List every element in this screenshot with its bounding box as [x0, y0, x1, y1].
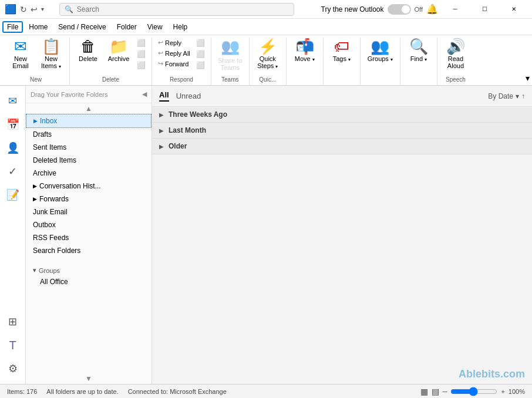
folder-junk-label: Junk Email: [33, 208, 68, 216]
ribbon-group-tags-label: [327, 82, 356, 85]
menu-folder[interactable]: Folder: [112, 21, 142, 33]
archive-label: Archive: [108, 55, 130, 62]
tab-unread[interactable]: Unread: [176, 92, 201, 100]
folder-forwards[interactable]: ▶ Forwards: [26, 193, 151, 205]
ribbon-expand[interactable]: ▾: [526, 38, 530, 85]
folder-panel: Drag Your Favorite Folders ◀ ▲ ▶ Inbox D…: [26, 86, 152, 384]
folder-junk-email[interactable]: Junk Email: [26, 205, 151, 218]
maximize-button[interactable]: ☐: [471, 0, 498, 19]
forwards-caret-icon: ▶: [33, 196, 37, 202]
find-button[interactable]: 🔍 Find ▾: [404, 38, 433, 63]
search-box[interactable]: 🔍: [59, 3, 294, 16]
read-aloud-icon: 🔊: [446, 39, 465, 54]
folder-deleted-items[interactable]: Deleted Items: [26, 154, 151, 167]
email-group-last-month[interactable]: ▶ Last Month: [152, 123, 532, 139]
folder-list: ▶ Inbox Drafts Sent Items Deleted Items …: [26, 114, 151, 373]
respond-extra-1[interactable]: ⬜: [194, 38, 207, 48]
menu-help[interactable]: Help: [169, 21, 193, 33]
folder-sent-items[interactable]: Sent Items: [26, 141, 151, 154]
respond-extra-2[interactable]: ⬜: [194, 49, 207, 59]
group-last-month-caret-icon: ▶: [159, 127, 164, 134]
tab-all[interactable]: All: [159, 90, 169, 102]
folder-archive[interactable]: Archive: [26, 167, 151, 180]
archive-button[interactable]: 📁 Archive: [104, 38, 133, 63]
move-button[interactable]: 📬 Move ▾: [290, 38, 319, 63]
bell-icon[interactable]: 🔔: [426, 4, 438, 15]
archive-icon: 📁: [109, 39, 128, 54]
groups-section-caret-icon: ▾: [33, 267, 36, 274]
minimize-button[interactable]: ─: [442, 0, 469, 19]
new-items-button[interactable]: 📋 NewItems ▾: [36, 38, 66, 70]
folder-inbox[interactable]: ▶ Inbox: [26, 114, 151, 128]
share-to-teams-button[interactable]: 👥 Share toTeams: [215, 38, 245, 72]
ribbon-group-new: ✉ NewEmail 📋 NewItems ▾ New: [2, 38, 70, 85]
new-email-button[interactable]: ✉ NewEmail: [6, 38, 35, 70]
find-icon: 🔍: [409, 39, 428, 54]
zoom-in-icon[interactable]: +: [501, 388, 504, 395]
email-group-older[interactable]: ▶ Older: [152, 139, 532, 154]
folder-conversation-history[interactable]: ▶ Conversation Hist...: [26, 180, 151, 193]
search-input[interactable]: [77, 5, 289, 14]
folder-panel-collapse-icon[interactable]: ◀: [142, 90, 147, 98]
groups-section[interactable]: ▾ Groups: [26, 262, 151, 275]
nav-notes-icon[interactable]: 📝: [2, 184, 23, 205]
nav-teams-icon[interactable]: T: [2, 335, 23, 356]
folder-search-folders[interactable]: Search Folders: [26, 244, 151, 257]
groups-button[interactable]: 👥 Groups ▾: [364, 38, 396, 63]
undo-icon[interactable]: ↩: [31, 5, 38, 14]
folder-sent-items-label: Sent Items: [33, 143, 66, 151]
layout-icon-2[interactable]: ▤: [432, 387, 439, 396]
delete-extra-2[interactable]: ⬜: [134, 49, 148, 59]
zoom-slider[interactable]: [450, 387, 497, 396]
tags-label: Tags ▾: [333, 55, 351, 62]
nav-calendar-icon[interactable]: 📅: [2, 114, 23, 135]
quick-steps-button[interactable]: ⚡ QuickSteps ▾: [253, 38, 282, 70]
new-outlook-toggle[interactable]: [388, 4, 411, 15]
nav-contacts-icon[interactable]: 👤: [2, 137, 23, 158]
sort-direction-icon[interactable]: ↑: [521, 92, 525, 100]
nav-icons: ✉ 📅 👤 ✓ 📝 ⊞ T ⚙: [0, 86, 26, 384]
reply-all-button[interactable]: ↩ Reply All: [156, 48, 193, 58]
delete-extra-3[interactable]: ⬜: [134, 60, 148, 70]
window-controls: ─ ☐ ✕: [442, 0, 527, 19]
zoom-out-icon[interactable]: ─: [443, 388, 447, 395]
nav-apps-icon[interactable]: ⊞: [2, 311, 23, 332]
menu-send-receive[interactable]: Send / Receive: [53, 21, 110, 33]
folder-drafts[interactable]: Drafts: [26, 128, 151, 141]
close-button[interactable]: ✕: [500, 0, 527, 19]
menu-file[interactable]: File: [2, 21, 23, 33]
refresh-icon[interactable]: ↻: [20, 5, 27, 14]
sort-options[interactable]: By Date ▾ ↑: [488, 92, 525, 100]
nav-mail-icon[interactable]: ✉: [2, 90, 23, 112]
folder-inbox-label: Inbox: [40, 117, 57, 125]
respond-extra-3[interactable]: ⬜: [194, 60, 207, 70]
folder-scroll-up[interactable]: ▲: [26, 103, 151, 114]
forward-button[interactable]: ↪ Forward: [156, 59, 193, 69]
inbox-caret-icon: ▶: [33, 118, 38, 124]
tags-button[interactable]: 🏷 Tags ▾: [327, 38, 356, 63]
email-group-three-weeks-ago[interactable]: ▶ Three Weeks Ago: [152, 107, 532, 123]
reply-button[interactable]: ↩ Reply: [156, 38, 193, 48]
read-aloud-button[interactable]: 🔊 ReadAloud: [441, 38, 470, 70]
delete-extra-1[interactable]: ⬜: [134, 38, 148, 48]
new-email-label: NewEmail: [12, 55, 29, 69]
folder-outbox[interactable]: Outbox: [26, 218, 151, 231]
ribbon-group-move: 📬 Move ▾: [287, 38, 324, 85]
dropdown-icon[interactable]: ▾: [41, 6, 44, 12]
delete-button[interactable]: 🗑 Delete: [73, 38, 103, 63]
folder-archive-label: Archive: [33, 169, 56, 177]
status-bar: Items: 176 All folders are up to date. C…: [0, 384, 532, 398]
folder-rss-feeds[interactable]: RSS Feeds: [26, 231, 151, 244]
layout-icon-1[interactable]: ▦: [420, 387, 428, 396]
nav-settings-icon[interactable]: ⚙: [2, 358, 23, 379]
nav-tasks-icon[interactable]: ✓: [2, 161, 23, 182]
menu-home[interactable]: Home: [24, 21, 52, 33]
ribbon-group-quicksteps-label: Quic...: [253, 75, 282, 85]
reply-all-icon: ↩: [158, 49, 163, 57]
folder-all-office[interactable]: All Office: [26, 275, 151, 288]
folder-scroll-down[interactable]: ▼: [26, 373, 151, 384]
menu-view[interactable]: View: [143, 21, 167, 33]
groups-icon: 👥: [371, 39, 389, 54]
ribbon-group-quicksteps: ⚡ QuickSteps ▾ Quic...: [250, 38, 287, 85]
toggle-state-label: Off: [415, 6, 423, 13]
